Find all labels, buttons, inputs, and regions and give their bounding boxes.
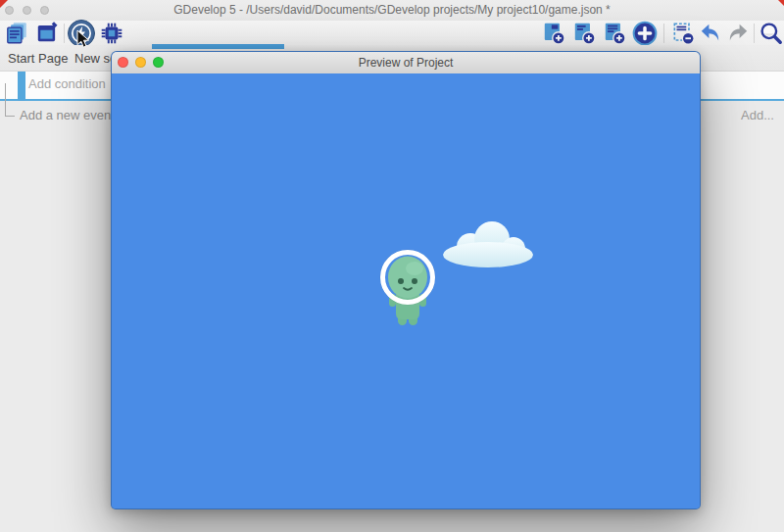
main-zoom-button[interactable] [40,6,49,15]
search-icon [759,21,784,46]
scene-editor-button[interactable] [34,21,60,46]
mouse-cursor [76,29,90,49]
toolbar-separator [64,24,65,43]
add-more-button[interactable] [632,21,658,46]
toolbar-separator [663,24,664,43]
preview-window: Preview of Project [111,51,701,509]
preview-titlebar[interactable]: Preview of Project [112,52,700,74]
undo-button[interactable] [698,21,723,46]
debugger-chip-icon [99,21,124,46]
project-manager-button[interactable] [4,21,29,46]
toolbar [0,21,784,45]
add-comment-icon [602,21,627,46]
debugger-button[interactable] [99,21,124,46]
toolbar-separator [754,24,755,43]
redo-icon [725,21,751,46]
alien-player-object [378,249,437,333]
active-tab-indicator [152,44,284,49]
add-event-button[interactable] [541,21,566,46]
add-event-icon [541,21,566,46]
preview-zoom-button[interactable] [153,57,164,68]
cloud-object [441,220,536,272]
corner-artifact-right [778,0,784,6]
remove-event-button[interactable] [670,21,696,46]
event-selection-bar [18,72,25,101]
main-minimize-button[interactable] [23,6,31,15]
add-comment-button[interactable] [602,21,627,46]
game-canvas[interactable] [112,73,700,508]
add-condition-placeholder[interactable]: Add condition [28,76,106,91]
add-sub-event-icon [571,21,597,46]
undo-icon [698,21,723,46]
scene-editor-icon [34,21,60,46]
preview-title: Preview of Project [171,52,641,73]
window-title: GDevelop 5 - /Users/david/Documents/GDev… [59,0,725,21]
event-tree-line [5,83,6,116]
add-sub-event-button[interactable] [571,21,597,46]
add-new-event-link[interactable]: Add a new event [20,108,115,122]
preview-close-button[interactable] [118,57,128,68]
main-titlebar: GDevelop 5 - /Users/david/Documents/GDev… [0,0,784,21]
preview-minimize-button[interactable] [135,57,146,68]
add-action-placeholder[interactable]: Add... [741,108,774,122]
tab-start-page[interactable]: Start Page [8,45,68,72]
remove-event-icon [670,21,696,46]
redo-button[interactable] [725,21,751,46]
project-manager-icon [4,21,29,46]
add-circle-icon [632,21,658,46]
search-button[interactable] [759,21,784,46]
event-tree-line [5,116,15,117]
main-close-button[interactable] [5,6,14,15]
